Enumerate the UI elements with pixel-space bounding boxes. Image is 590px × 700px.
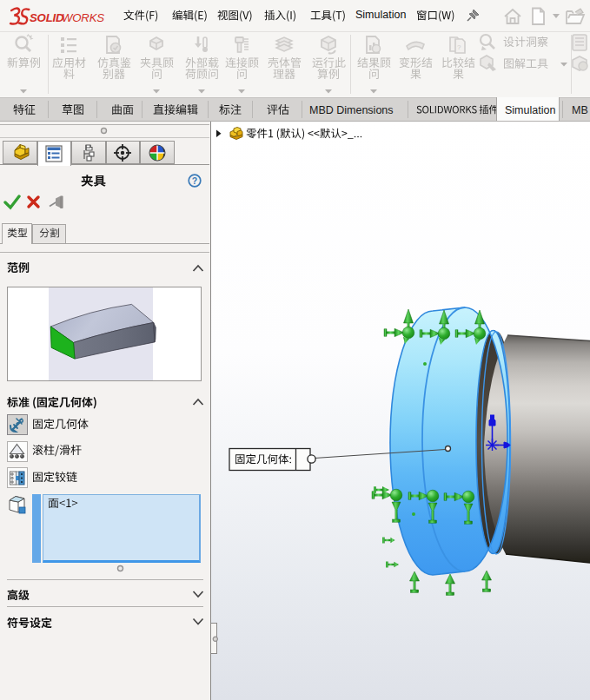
svg-text:?: ? bbox=[457, 43, 461, 51]
svg-text:SOLID: SOLID bbox=[30, 11, 64, 24]
svg-text:?: ? bbox=[192, 175, 197, 186]
svg-text:WORKS: WORKS bbox=[62, 11, 104, 24]
